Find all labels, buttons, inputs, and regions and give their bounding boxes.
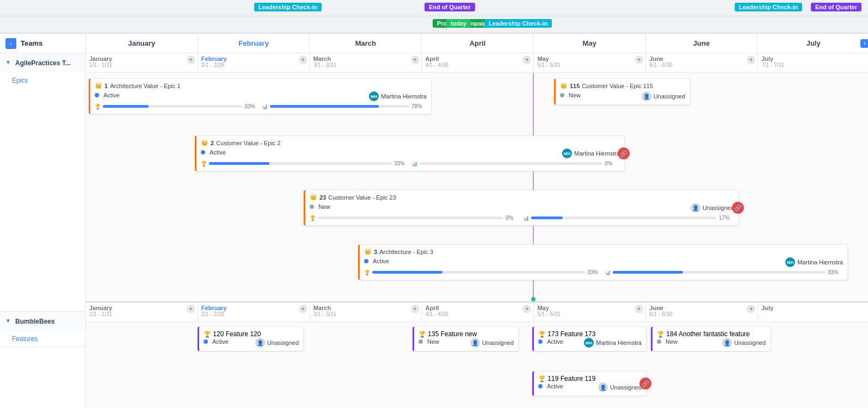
epic-23-link-badge[interactable]: 🔗: [732, 202, 744, 214]
feature-120-status: Active: [212, 338, 229, 345]
add-bb-jan[interactable]: +: [187, 305, 195, 313]
bb-jun-label: June: [649, 305, 754, 311]
feature-card-119[interactable]: 🏆 119 Feature 119 Active 👤: [532, 371, 647, 396]
nav-next-button[interactable]: ›: [860, 39, 868, 48]
agile-epics-label: Epics: [12, 77, 28, 84]
epic-3-title: Architecture - Epic 3: [379, 249, 433, 255]
team-agile-header[interactable]: ▼ AgilePractices T...: [0, 53, 85, 73]
month-may: May: [534, 34, 646, 53]
calendar-area[interactable]: January February March April May: [86, 34, 868, 408]
feature-135-avatar: 👤: [470, 338, 480, 348]
agile-sub-epics[interactable]: Epics: [0, 73, 85, 88]
epic-1-pct2: 78%: [411, 103, 427, 109]
epic-23-id: 23: [319, 194, 326, 201]
feature-card-135[interactable]: 🏆 135 Feature new New 👤: [413, 326, 519, 351]
feature-173-status: Active: [547, 338, 563, 345]
feature-173-avatar: MH: [584, 338, 594, 348]
add-agile-jan[interactable]: +: [187, 55, 195, 64]
progress-chart-2: 📊: [411, 161, 417, 166]
main-area: ‹ Teams ▼ AgilePractices T... Epics ▼: [0, 34, 868, 408]
epic-2-status-dot: [201, 150, 205, 154]
month-jul: July ›: [758, 34, 868, 53]
bb-jan-label: January: [89, 305, 194, 311]
agile-jun-label: June: [649, 55, 754, 62]
add-agile-mar[interactable]: +: [411, 55, 420, 64]
feature-119-status: Active: [547, 383, 563, 390]
epic-115-id: 115: [570, 83, 580, 89]
agile-jan-range: 1/1 - 1/31: [89, 62, 194, 68]
feature-135-title: Feature new: [441, 330, 477, 338]
epic-1-status: Active: [103, 92, 120, 98]
feature-119-link-badge[interactable]: 🔗: [639, 378, 651, 390]
feature-173-assignee: Martina Hiemstra: [596, 339, 642, 346]
expand-agile-icon: ▼: [5, 59, 13, 67]
epic-3-avatar: MH: [785, 257, 795, 267]
team-section-agile: ▼ AgilePractices T... Epics: [0, 53, 85, 312]
month-may-label: May: [583, 39, 596, 47]
agile-may-range: 5/1 - 5/31: [537, 62, 642, 68]
progress-chart-1: 📊: [262, 104, 268, 109]
month-apr-label: April: [470, 39, 486, 47]
feature-card-173[interactable]: 🏆 173 Feature 173 Active MH: [532, 326, 647, 351]
epic-card-115[interactable]: 👑 115 Customer Value - Epic 115 New: [554, 78, 690, 105]
add-bb-feb[interactable]: +: [299, 305, 307, 313]
feature-card-184[interactable]: 🏆 184 Another fantastic feature New: [651, 326, 771, 351]
add-bb-mar[interactable]: +: [411, 305, 420, 313]
epic-1-status-dot: [95, 93, 99, 97]
sidebar: ‹ Teams ▼ AgilePractices T... Epics ▼: [0, 34, 86, 408]
crown-icon-173: 🏆: [538, 331, 546, 337]
feature-card-120[interactable]: 🏆 120 Feature 120 Active 👤: [198, 326, 304, 351]
sidebar-header: ‹ Teams: [0, 34, 85, 53]
month-mar: March: [310, 34, 422, 53]
crown-icon-23: 👑: [310, 194, 317, 201]
nav-prev-button[interactable]: ‹: [5, 38, 16, 49]
agile-calendar-block: January 1/1 - 1/31 + February 2/1 - 2/28…: [86, 53, 868, 302]
epic-1-title: Architecture Value - Epic 1: [110, 83, 180, 89]
milestone-end-quarter-2: End of Quarter: [811, 3, 861, 11]
bumblebees-features-canvas: 🏆 120 Feature 120 Active 👤: [86, 322, 868, 408]
crown-icon-3: 👑: [364, 248, 372, 255]
feature-173-status-dot: [538, 339, 543, 344]
epic-115-status: New: [569, 92, 581, 98]
epic-23-avatar: 👤: [691, 203, 700, 213]
agile-epics-space: [0, 88, 85, 311]
feature-184-status-dot: [657, 339, 661, 344]
bb-may-label: May: [537, 305, 642, 311]
bb-jul-label: July: [761, 305, 866, 311]
epic-3-status-dot: [364, 259, 368, 263]
epic-card-1[interactable]: 👑 1 Architecture Value - Epic 1 Active: [89, 78, 432, 114]
bumblebees-calendar-block: January 1/1 - 1/31 + February 2/1 - 2/28…: [86, 302, 868, 408]
epic-card-2[interactable]: 👑 2 Customer Value - Epic 2 Active: [195, 135, 625, 171]
feature-184-avatar: 👤: [722, 338, 732, 348]
epic-2-status: Active: [210, 149, 226, 156]
progress-trophy-2: 🏆: [201, 161, 207, 166]
epic-card-3[interactable]: 👑 3 Architecture - Epic 3 Active: [358, 244, 848, 280]
epic-2-avatar: MH: [562, 149, 572, 158]
agile-jan-label: January: [89, 55, 194, 62]
agile-jul-range: 7/1 - 7/31: [761, 62, 866, 68]
epic-115-avatar: 👤: [642, 91, 651, 101]
bumblebees-sub-features[interactable]: Features: [0, 331, 85, 347]
epic-23-status-dot: [310, 205, 314, 209]
crown-icon-120: 🏆: [204, 331, 211, 337]
event-leadership: Leadership Check-in: [484, 19, 552, 28]
team-agile-name: AgilePractices T...: [15, 59, 71, 67]
progress-trophy-3: 🏆: [364, 270, 370, 275]
crown-icon-135: 🏆: [418, 331, 426, 337]
team-bumblebees-header[interactable]: ▼ BumbleBees: [0, 312, 85, 331]
epic-2-link-badge[interactable]: 🔗: [618, 147, 630, 159]
epic-115-status-dot: [560, 93, 564, 97]
epic-23-pct2: 17%: [719, 215, 734, 221]
month-headers-row: January February March April May: [86, 34, 868, 53]
feature-119-title: Feature 119: [561, 375, 596, 382]
epic-2-pct1: 33%: [394, 160, 409, 166]
month-apr: April: [422, 34, 534, 53]
epic-2-id: 2: [211, 140, 214, 146]
feature-119-id: 119: [547, 375, 558, 382]
epic-card-23[interactable]: 👑 23 Customer Value - Epic 23 New: [304, 190, 739, 226]
progress-trophy-23: 🏆: [310, 215, 316, 221]
add-agile-feb[interactable]: +: [299, 55, 307, 64]
bb-jan-range: 1/1 - 1/31: [89, 311, 194, 317]
epic-2-pct2: 0%: [605, 160, 620, 166]
progress-chart-23: 📊: [523, 215, 529, 221]
